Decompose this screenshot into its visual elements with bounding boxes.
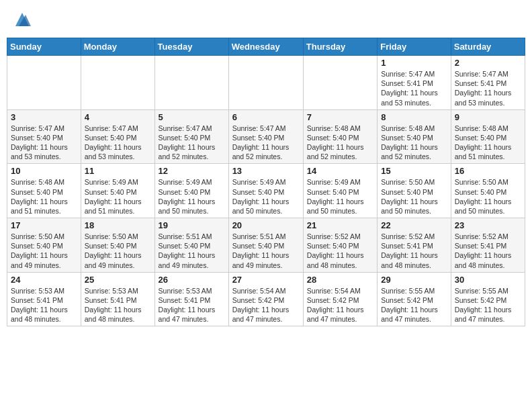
- day-number: 17: [11, 220, 77, 230]
- calendar-cell: 8Sunrise: 5:48 AMSunset: 5:40 PMDaylight…: [378, 109, 451, 164]
- weekday-header-tuesday: Tuesday: [154, 38, 228, 56]
- day-number: 24: [11, 275, 77, 285]
- day-info: Sunrise: 5:47 AMSunset: 5:40 PMDaylight:…: [11, 124, 77, 162]
- calendar-cell: 22Sunrise: 5:52 AMSunset: 5:41 PMDayligh…: [378, 218, 451, 273]
- day-info: Sunrise: 5:53 AMSunset: 5:41 PMDaylight:…: [11, 286, 77, 324]
- day-number: 21: [307, 220, 373, 230]
- day-number: 13: [232, 166, 300, 176]
- day-number: 5: [159, 112, 225, 122]
- calendar-cell: 6Sunrise: 5:47 AMSunset: 5:40 PMDaylight…: [228, 109, 303, 164]
- calendar-cell: 27Sunrise: 5:54 AMSunset: 5:42 PMDayligh…: [228, 272, 303, 326]
- calendar-cell: 15Sunrise: 5:50 AMSunset: 5:40 PMDayligh…: [378, 164, 451, 218]
- calendar-row: 24Sunrise: 5:53 AMSunset: 5:41 PMDayligh…: [7, 272, 525, 326]
- day-info: Sunrise: 5:50 AMSunset: 5:40 PMDaylight:…: [455, 177, 521, 216]
- calendar-cell: 21Sunrise: 5:52 AMSunset: 5:40 PMDayligh…: [303, 218, 377, 273]
- calendar-cell: 17Sunrise: 5:50 AMSunset: 5:40 PMDayligh…: [7, 218, 81, 273]
- day-number: 2: [455, 58, 521, 68]
- logo: [11, 9, 32, 30]
- calendar-cell: 24Sunrise: 5:53 AMSunset: 5:41 PMDayligh…: [7, 272, 81, 326]
- day-info: Sunrise: 5:50 AMSunset: 5:40 PMDaylight:…: [11, 232, 77, 270]
- day-number: 12: [159, 166, 225, 176]
- day-info: Sunrise: 5:47 AMSunset: 5:41 PMDaylight:…: [455, 69, 521, 107]
- day-info: Sunrise: 5:51 AMSunset: 5:40 PMDaylight:…: [159, 232, 225, 270]
- day-info: Sunrise: 5:47 AMSunset: 5:41 PMDaylight:…: [381, 69, 447, 107]
- day-number: 28: [307, 275, 373, 285]
- calendar-row: 17Sunrise: 5:50 AMSunset: 5:40 PMDayligh…: [7, 218, 525, 273]
- day-info: Sunrise: 5:50 AMSunset: 5:40 PMDaylight:…: [381, 177, 447, 216]
- calendar-cell: 13Sunrise: 5:49 AMSunset: 5:40 PMDayligh…: [228, 164, 303, 218]
- calendar-cell: 1Sunrise: 5:47 AMSunset: 5:41 PMDaylight…: [378, 56, 451, 110]
- day-number: 27: [232, 275, 300, 285]
- day-info: Sunrise: 5:48 AMSunset: 5:40 PMDaylight:…: [455, 124, 521, 162]
- calendar-cell: 16Sunrise: 5:50 AMSunset: 5:40 PMDayligh…: [451, 164, 525, 218]
- weekday-header-friday: Friday: [378, 38, 451, 56]
- calendar-cell: 9Sunrise: 5:48 AMSunset: 5:40 PMDaylight…: [451, 109, 525, 164]
- day-info: Sunrise: 5:50 AMSunset: 5:40 PMDaylight:…: [85, 232, 151, 270]
- day-number: 4: [85, 112, 151, 122]
- day-number: 1: [381, 58, 447, 68]
- day-info: Sunrise: 5:53 AMSunset: 5:41 PMDaylight:…: [159, 286, 225, 324]
- day-number: 26: [159, 275, 225, 285]
- calendar-cell: 5Sunrise: 5:47 AMSunset: 5:40 PMDaylight…: [154, 109, 228, 164]
- day-number: 3: [11, 112, 77, 122]
- calendar-cell: 29Sunrise: 5:55 AMSunset: 5:42 PMDayligh…: [378, 272, 451, 326]
- calendar-cell: 18Sunrise: 5:50 AMSunset: 5:40 PMDayligh…: [81, 218, 154, 273]
- day-info: Sunrise: 5:49 AMSunset: 5:40 PMDaylight:…: [159, 177, 225, 216]
- calendar-cell: [303, 56, 377, 110]
- day-number: 18: [85, 220, 151, 230]
- day-number: 6: [232, 112, 300, 122]
- day-number: 11: [85, 166, 151, 176]
- day-number: 16: [455, 166, 521, 176]
- day-number: 25: [85, 275, 151, 285]
- weekday-header-row: SundayMondayTuesdayWednesdayThursdayFrid…: [7, 38, 525, 56]
- day-number: 14: [307, 166, 373, 176]
- calendar-cell: 12Sunrise: 5:49 AMSunset: 5:40 PMDayligh…: [154, 164, 228, 218]
- day-info: Sunrise: 5:54 AMSunset: 5:42 PMDaylight:…: [307, 286, 373, 324]
- calendar-cell: 4Sunrise: 5:47 AMSunset: 5:40 PMDaylight…: [81, 109, 154, 164]
- day-number: 9: [455, 112, 521, 122]
- day-info: Sunrise: 5:55 AMSunset: 5:42 PMDaylight:…: [455, 286, 521, 324]
- calendar-cell: 23Sunrise: 5:52 AMSunset: 5:41 PMDayligh…: [451, 218, 525, 273]
- day-info: Sunrise: 5:49 AMSunset: 5:40 PMDaylight:…: [232, 177, 300, 216]
- day-info: Sunrise: 5:55 AMSunset: 5:42 PMDaylight:…: [381, 286, 447, 324]
- day-number: 20: [232, 220, 300, 230]
- day-info: Sunrise: 5:51 AMSunset: 5:40 PMDaylight:…: [232, 232, 300, 270]
- calendar-cell: 7Sunrise: 5:48 AMSunset: 5:40 PMDaylight…: [303, 109, 377, 164]
- page-header: [7, 7, 525, 32]
- day-number: 30: [455, 275, 521, 285]
- calendar-cell: 26Sunrise: 5:53 AMSunset: 5:41 PMDayligh…: [154, 272, 228, 326]
- day-info: Sunrise: 5:54 AMSunset: 5:42 PMDaylight:…: [232, 286, 300, 324]
- day-info: Sunrise: 5:49 AMSunset: 5:40 PMDaylight:…: [307, 177, 373, 216]
- calendar-cell: 11Sunrise: 5:49 AMSunset: 5:40 PMDayligh…: [81, 164, 154, 218]
- calendar-cell: 28Sunrise: 5:54 AMSunset: 5:42 PMDayligh…: [303, 272, 377, 326]
- day-info: Sunrise: 5:48 AMSunset: 5:40 PMDaylight:…: [381, 124, 447, 162]
- day-number: 23: [455, 220, 521, 230]
- day-number: 22: [381, 220, 447, 230]
- weekday-header-saturday: Saturday: [451, 38, 525, 56]
- calendar-cell: 20Sunrise: 5:51 AMSunset: 5:40 PMDayligh…: [228, 218, 303, 273]
- calendar-cell: [154, 56, 228, 110]
- day-number: 7: [307, 112, 373, 122]
- calendar-cell: 2Sunrise: 5:47 AMSunset: 5:41 PMDaylight…: [451, 56, 525, 110]
- day-number: 19: [159, 220, 225, 230]
- weekday-header-sunday: Sunday: [7, 38, 81, 56]
- calendar-cell: [81, 56, 154, 110]
- day-info: Sunrise: 5:52 AMSunset: 5:40 PMDaylight:…: [307, 232, 373, 270]
- calendar-cell: 14Sunrise: 5:49 AMSunset: 5:40 PMDayligh…: [303, 164, 377, 218]
- day-number: 29: [381, 275, 447, 285]
- weekday-header-wednesday: Wednesday: [228, 38, 303, 56]
- calendar-cell: [7, 56, 81, 110]
- day-info: Sunrise: 5:48 AMSunset: 5:40 PMDaylight:…: [11, 177, 77, 216]
- calendar-cell: 3Sunrise: 5:47 AMSunset: 5:40 PMDaylight…: [7, 109, 81, 164]
- day-info: Sunrise: 5:47 AMSunset: 5:40 PMDaylight:…: [159, 124, 225, 162]
- calendar-cell: 25Sunrise: 5:53 AMSunset: 5:41 PMDayligh…: [81, 272, 154, 326]
- day-info: Sunrise: 5:49 AMSunset: 5:40 PMDaylight:…: [85, 177, 151, 216]
- logo-icon: [12, 9, 32, 30]
- day-info: Sunrise: 5:53 AMSunset: 5:41 PMDaylight:…: [85, 286, 151, 324]
- day-info: Sunrise: 5:52 AMSunset: 5:41 PMDaylight:…: [455, 232, 521, 270]
- calendar-row: 3Sunrise: 5:47 AMSunset: 5:40 PMDaylight…: [7, 109, 525, 164]
- day-number: 15: [381, 166, 447, 176]
- calendar-cell: 30Sunrise: 5:55 AMSunset: 5:42 PMDayligh…: [451, 272, 525, 326]
- calendar-table: SundayMondayTuesdayWednesdayThursdayFrid…: [7, 38, 525, 326]
- calendar-cell: 10Sunrise: 5:48 AMSunset: 5:40 PMDayligh…: [7, 164, 81, 218]
